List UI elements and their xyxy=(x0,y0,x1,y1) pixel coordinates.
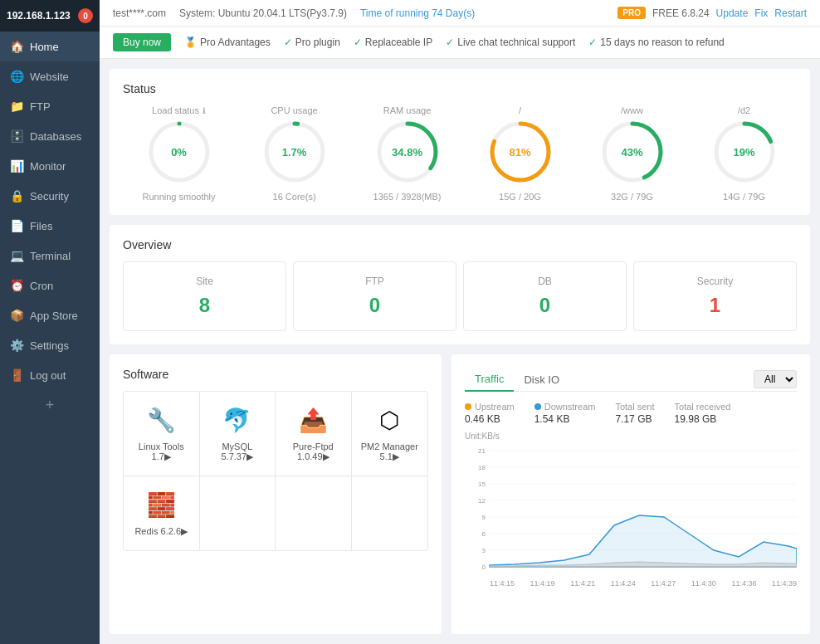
sidebar-icon: 📁 xyxy=(10,100,23,113)
downstream-value: 1.54 KB xyxy=(534,413,596,425)
gauge-sublabel: 32G / 79G xyxy=(611,192,653,202)
status-gauge-www: /www 43% 32G / 79G xyxy=(599,105,666,202)
svg-text:9: 9 xyxy=(482,514,486,521)
uptime-label: Time of running 74 Day(s) xyxy=(360,7,475,19)
main-content: test****.com System: Ubuntu 20.04.1 LTS(… xyxy=(100,0,820,644)
svg-text:18: 18 xyxy=(478,464,486,471)
gauge-wrap: 1.7% xyxy=(261,119,328,185)
info-icon: ℹ xyxy=(203,106,206,115)
promo-advantages: 🏅Pro Advantages xyxy=(184,37,271,48)
overview-item-site[interactable]: Site 8 xyxy=(123,261,286,331)
sidebar-label: Security xyxy=(30,190,69,202)
status-title: Status xyxy=(123,82,797,95)
overview-item-ftp[interactable]: FTP 0 xyxy=(293,261,456,331)
software-icon: 🧱 xyxy=(130,490,193,520)
gauge-label: /www xyxy=(621,105,643,115)
restart-button[interactable]: Restart xyxy=(774,7,807,19)
fix-button[interactable]: Fix xyxy=(754,7,768,19)
update-button[interactable]: Update xyxy=(716,7,749,19)
server-ip: 192.168.1.123 xyxy=(7,10,71,22)
promo-ip: ✓Replaceable IP xyxy=(354,37,432,48)
promo-refund: ✓15 days no reason to refund xyxy=(588,37,724,48)
software-item-1[interactable]: 🐬 MySQL 5.7.37▶ xyxy=(200,392,276,476)
svg-text:6: 6 xyxy=(482,530,486,538)
traffic-chart: 21 18 15 12 9 6 3 0 xyxy=(465,442,797,575)
sidebar-icon: 🔒 xyxy=(10,189,23,202)
sidebar-item-cron[interactable]: ⏰Cron xyxy=(0,271,100,300)
overview-label: Site xyxy=(137,276,272,287)
overview-card: Overview Site 8 FTP 0 DB 0 Security 1 xyxy=(110,225,810,344)
sidebar-item-home[interactable]: 🏠Home xyxy=(0,32,100,61)
gauge-sublabel: Running smoothly xyxy=(143,192,216,202)
sidebar-icon: ⚙️ xyxy=(10,339,23,352)
software-grid: 🔧 Linux Tools 1.7▶ 🐬 MySQL 5.7.37▶ 📤 Pur… xyxy=(123,391,428,551)
overview-item-db[interactable]: DB 0 xyxy=(463,261,627,331)
overview-label: FTP xyxy=(307,276,442,287)
gauge-sublabel: 15G / 20G xyxy=(499,192,541,202)
add-button[interactable]: + xyxy=(0,390,100,421)
gauge-wrap: 43% xyxy=(599,119,666,185)
stat-downstream: Downstream 1.54 KB xyxy=(534,402,596,425)
version-label: FREE 6.8.24 xyxy=(652,7,710,19)
tab-diskio[interactable]: Disk IO xyxy=(514,368,569,391)
software-item-2[interactable]: 📤 Pure-Ftpd 1.0.49▶ xyxy=(276,392,352,476)
overview-value: 0 xyxy=(307,294,442,317)
sidebar-label: FTP xyxy=(30,100,51,113)
sidebar-item-databases[interactable]: 🗄️Databases xyxy=(0,121,100,151)
software-item-4[interactable]: 🧱 Redis 6.2.6▶ xyxy=(124,476,200,550)
sidebar-label: Website xyxy=(30,71,69,83)
user-label: test****.com xyxy=(113,7,166,19)
sidebar-label: Monitor xyxy=(30,160,66,173)
sidebar-icon: 💻 xyxy=(10,249,23,262)
gauge-value: 19% xyxy=(733,146,754,159)
sidebar-item-terminal[interactable]: 💻Terminal xyxy=(0,241,100,271)
gauge-label: / xyxy=(519,105,521,115)
downstream-dot xyxy=(534,403,541,410)
traffic-card: Traffic Disk IO All Upstream 0.46 KB Dow… xyxy=(451,354,810,634)
svg-text:3: 3 xyxy=(482,547,486,554)
gauge-sublabel: 14G / 79G xyxy=(723,192,765,202)
overview-grid: Site 8 FTP 0 DB 0 Security 1 xyxy=(123,261,797,331)
stat-total-sent: Total sent 7.17 GB xyxy=(615,402,654,425)
sidebar-item-ftp[interactable]: 📁FTP xyxy=(0,91,100,121)
traffic-select[interactable]: All xyxy=(754,370,797,388)
sidebar-item-files[interactable]: 📄Files xyxy=(0,211,100,241)
sidebar-item-security[interactable]: 🔒Security xyxy=(0,181,100,211)
topbar: test****.com System: Ubuntu 20.04.1 LTS(… xyxy=(100,0,820,27)
sidebar-item-website[interactable]: 🌐Website xyxy=(0,61,100,91)
sidebar-item-settings[interactable]: ⚙️Settings xyxy=(0,330,100,360)
promo-bar: Buy now 🏅Pro Advantages ✓Pro plugin ✓Rep… xyxy=(100,27,820,59)
overview-label: Security xyxy=(647,276,783,287)
svg-text:0: 0 xyxy=(482,564,486,571)
sidebar-icon: 🏠 xyxy=(10,40,23,53)
sidebar-item-monitor[interactable]: 📊Monitor xyxy=(0,151,100,181)
upstream-value: 0.46 KB xyxy=(465,413,515,425)
sidebar-label: Databases xyxy=(30,130,81,143)
sidebar-label: Cron xyxy=(30,280,53,292)
stat-upstream: Upstream 0.46 KB xyxy=(465,402,515,425)
gauge-value: 43% xyxy=(621,146,642,159)
sidebar-icon: 📊 xyxy=(10,159,23,173)
svg-text:15: 15 xyxy=(478,481,486,488)
traffic-tabs: Traffic Disk IO All xyxy=(465,368,797,392)
sidebar-item-app-store[interactable]: 📦App Store xyxy=(0,300,100,330)
buy-now-button[interactable]: Buy now xyxy=(113,33,171,51)
status-gauge-d2: /d2 19% 14G / 79G xyxy=(711,105,778,202)
chart-xaxis: 11:4:15 11:4:19 11:4:21 11:4:24 11:4:27 … xyxy=(465,579,797,588)
tab-traffic[interactable]: Traffic xyxy=(465,368,514,392)
topbar-left: test****.com System: Ubuntu 20.04.1 LTS(… xyxy=(113,7,475,19)
sidebar-label: Home xyxy=(30,41,59,53)
chart-unit-label: Unit:KB/s xyxy=(465,432,797,441)
sidebar-item-log-out[interactable]: 🚪Log out xyxy=(0,360,100,390)
overview-label: DB xyxy=(477,276,613,287)
traffic-stats: Upstream 0.46 KB Downstream 1.54 KB Tota… xyxy=(465,402,797,425)
software-item-3[interactable]: ⬡ PM2 Manager 5.1▶ xyxy=(352,392,428,476)
software-item-empty xyxy=(276,476,352,550)
gauge-sublabel: 16 Core(s) xyxy=(273,192,316,202)
software-icon: 📤 xyxy=(282,405,344,435)
overview-item-security[interactable]: Security 1 xyxy=(633,261,797,331)
gauge-label: RAM usage xyxy=(383,105,431,115)
software-icon: ⬡ xyxy=(359,405,422,435)
software-item-0[interactable]: 🔧 Linux Tools 1.7▶ xyxy=(124,392,200,476)
topbar-right: PRO FREE 6.8.24 Update Fix Restart xyxy=(617,7,807,19)
